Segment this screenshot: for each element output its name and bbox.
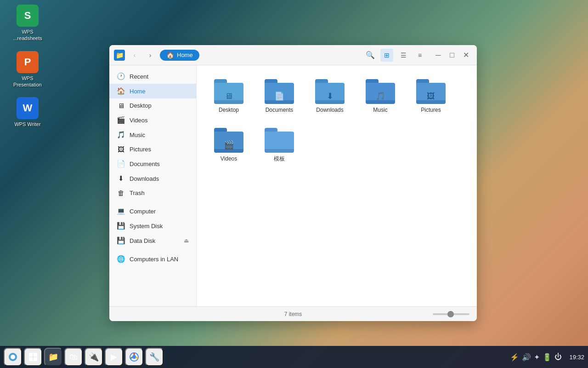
sidebar-item-documents-label: Documents — [130, 161, 160, 167]
recent-icon: 🕐 — [117, 72, 125, 80]
taskbar-files-button[interactable]: 📁 — [44, 348, 62, 366]
sidebar-item-lan-label: Computers in LAN — [130, 256, 178, 263]
status-bar: 7 items — [109, 306, 477, 321]
grid-view-button[interactable]: ⊞ — [380, 49, 393, 62]
file-manager-window: 📁 ‹ › 🏠 Home 🔍 ⊞ ☰ ≡ ─ □ ✕ 🕐 — [109, 45, 477, 321]
minimize-button[interactable]: ─ — [432, 49, 445, 62]
wps-presentation-label: WPSPresentation — [13, 75, 42, 88]
sidebar-item-trash-label: Trash — [130, 190, 145, 196]
app-icon: 📁 — [114, 50, 125, 61]
downloads-folder-icon: ⬇ — [315, 79, 345, 104]
chrome-icon — [129, 352, 139, 362]
desktop-folder-overlay: 🖥 — [225, 92, 233, 101]
videos-folder-icon: 🎬 — [214, 128, 243, 153]
svg-rect-2 — [29, 353, 33, 356]
sidebar-item-pictures-label: Pictures — [130, 146, 151, 153]
file-item-pictures[interactable]: 🖼 Pictures — [408, 75, 454, 119]
power-icon: ⏻ — [554, 353, 562, 361]
svg-rect-5 — [34, 357, 37, 361]
svg-line-9 — [136, 357, 138, 359]
taskbar-store-button[interactable]: 🛍 — [64, 348, 83, 366]
zoom-track[interactable] — [433, 313, 469, 315]
address-bar[interactable]: 🏠 Home — [160, 50, 199, 61]
desktop-folder-label: Desktop — [219, 107, 239, 114]
desktop-icon-wps-writer[interactable]: W WPS Writer — [9, 97, 46, 127]
title-bar: 📁 ‹ › 🏠 Home 🔍 ⊞ ☰ ≡ ─ □ ✕ — [109, 45, 477, 65]
search-button[interactable]: 🔍 — [364, 49, 377, 62]
volume-icon: 🔊 — [522, 353, 531, 362]
taskbar-tools-button[interactable]: 🔧 — [145, 348, 164, 366]
downloads-folder-overlay: ⬇ — [327, 91, 334, 101]
start-icon — [8, 352, 18, 362]
address-text: Home — [177, 52, 193, 58]
sidebar-item-home[interactable]: 🏠 Home — [109, 84, 196, 98]
sidebar: 🕐 Recent 🏠 Home 🖥 Desktop 🎬 Videos 🎵 — [109, 65, 197, 306]
svg-point-1 — [11, 355, 15, 359]
desktop-icon-s: 🖥 — [117, 102, 125, 109]
videos-folder-label: Videos — [220, 155, 237, 163]
taskbar-grid-button[interactable] — [24, 348, 42, 366]
computer-icon: 💻 — [117, 207, 125, 215]
sidebar-item-trash[interactable]: 🗑 Trash — [109, 186, 196, 200]
file-item-documents[interactable]: 📄 Documents — [256, 75, 302, 119]
sidebar-item-computer[interactable]: 💻 Computer — [109, 204, 196, 218]
sidebar-item-documents[interactable]: 📄 Documents — [109, 156, 196, 171]
forward-button[interactable]: › — [144, 49, 156, 61]
pictures-folder-icon: 🖼 — [416, 79, 446, 104]
sidebar-item-recent[interactable]: 🕐 Recent — [109, 69, 196, 84]
sidebar-item-downloads-label: Downloads — [130, 175, 159, 182]
file-item-downloads[interactable]: ⬇ Downloads — [307, 75, 353, 119]
wps-spreadsheets-label: WPS ...readsheets — [9, 29, 46, 42]
file-item-desktop[interactable]: 🖥 Desktop — [206, 75, 252, 119]
documents-folder-label: Documents — [266, 107, 294, 114]
trash-icon: 🗑 — [117, 189, 125, 197]
lan-icon: 🌐 — [117, 255, 125, 263]
list-view-button[interactable]: ☰ — [397, 49, 410, 62]
sidebar-item-pictures[interactable]: 🖼 Pictures — [109, 142, 196, 156]
desktop-icon-wps-spreadsheets[interactable]: S WPS ...readsheets — [9, 5, 46, 42]
documents-folder-icon: 📄 — [265, 79, 294, 104]
sidebar-item-desktop[interactable]: 🖥 Desktop — [109, 98, 196, 113]
sidebar-item-music[interactable]: 🎵 Music — [109, 127, 196, 142]
desktop-icon-wps-presentation[interactable]: P WPSPresentation — [9, 51, 46, 88]
usb-icon: ⚡ — [510, 353, 519, 362]
template-folder-label: 模板 — [274, 155, 285, 163]
sidebar-item-computer-label: Computer — [130, 208, 156, 215]
brightness-icon: ✦ — [534, 353, 540, 362]
file-area: 🖥 Desktop 📄 Documents — [197, 65, 477, 306]
sidebar-item-data-disk[interactable]: 💾 Data Disk ⏏ — [109, 233, 196, 248]
documents-folder-overlay: 📄 — [274, 91, 284, 101]
system-disk-icon: 💾 — [117, 222, 125, 230]
zoom-control — [433, 313, 469, 315]
svg-rect-3 — [34, 353, 37, 356]
file-item-template[interactable]: 模板 — [256, 123, 302, 167]
taskbar-media-button[interactable]: ▶ — [105, 348, 123, 366]
zoom-thumb[interactable] — [447, 311, 454, 317]
back-button[interactable]: ‹ — [129, 49, 141, 61]
taskbar-chrome-button[interactable] — [125, 348, 143, 366]
downloads-icon: ⬇ — [117, 174, 125, 183]
sidebar-item-system-disk[interactable]: 💾 System Disk — [109, 218, 196, 233]
sidebar-item-system-disk-label: System Disk — [130, 223, 163, 230]
taskbar-system-tray: ⚡ 🔊 ✦ 🔋 ⏻ — [510, 353, 562, 362]
sidebar-item-home-label: Home — [130, 88, 146, 95]
wps-spreadsheets-icon: S — [17, 5, 39, 27]
sidebar-item-videos[interactable]: 🎬 Videos — [109, 113, 196, 127]
window-controls: ─ □ ✕ — [432, 49, 472, 62]
main-content: 🕐 Recent 🏠 Home 🖥 Desktop 🎬 Videos 🎵 — [109, 65, 477, 306]
eject-button[interactable]: ⏏ — [184, 237, 189, 244]
file-item-music[interactable]: 🎵 Music — [357, 75, 403, 119]
taskbar-start-button[interactable] — [4, 348, 22, 366]
pictures-icon: 🖼 — [117, 145, 125, 153]
desktop: S WPS ...readsheets P WPSPresentation W … — [0, 0, 588, 368]
maximize-button[interactable]: □ — [446, 49, 458, 62]
wps-writer-label: WPS Writer — [14, 121, 40, 127]
pictures-folder-label: Pictures — [421, 107, 441, 114]
menu-button[interactable]: ≡ — [413, 49, 426, 62]
sidebar-item-downloads[interactable]: ⬇ Downloads — [109, 171, 196, 186]
taskbar-clock: 19:32 — [564, 354, 584, 361]
close-button[interactable]: ✕ — [459, 49, 472, 62]
taskbar-plugin-button[interactable]: 🔌 — [85, 348, 103, 366]
file-item-videos[interactable]: 🎬 Videos — [206, 123, 252, 167]
sidebar-item-computers-lan[interactable]: 🌐 Computers in LAN — [109, 252, 196, 266]
